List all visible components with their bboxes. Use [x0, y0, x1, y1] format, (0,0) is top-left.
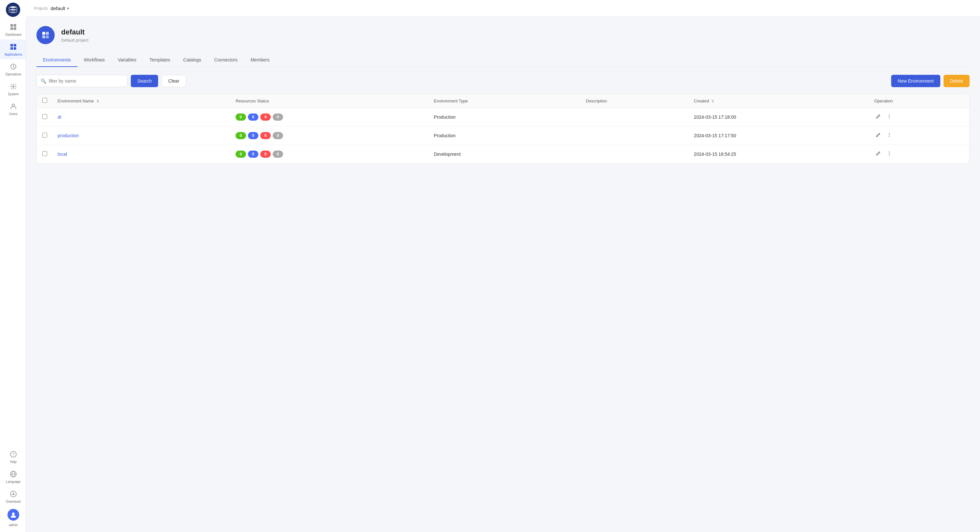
resource-badges: 0 0 0 0: [235, 132, 423, 139]
svg-rect-20: [46, 32, 49, 35]
row-checkbox-local[interactable]: [42, 151, 47, 156]
svg-rect-3: [10, 27, 13, 30]
edit-icon-production[interactable]: [874, 131, 882, 140]
op-icons: [874, 131, 964, 140]
select-all-checkbox[interactable]: [42, 98, 47, 103]
env-name-link-local[interactable]: local: [57, 151, 67, 157]
svg-point-26: [889, 133, 889, 133]
tab-members[interactable]: Members: [244, 53, 276, 67]
topbar-projects-label: Projects: [34, 6, 48, 11]
svg-point-10: [12, 86, 14, 87]
svg-rect-7: [10, 47, 13, 50]
sidebar-item-dashboard[interactable]: Dashboard: [0, 19, 26, 39]
operation-cell: [869, 145, 969, 164]
table-row: production 0 0 0 0 Production 2024-03-15…: [37, 127, 969, 145]
tab-templates[interactable]: Templates: [143, 53, 177, 67]
sidebar-item-download[interactable]: Download: [0, 486, 26, 506]
env-type-cell: Production: [428, 127, 581, 145]
topbar: Projects default ▾: [26, 0, 980, 17]
edit-icon-local[interactable]: [874, 149, 882, 159]
env-name-link-production[interactable]: production: [57, 133, 79, 138]
sidebar-item-help-label: Help: [10, 460, 17, 464]
sidebar-item-operations[interactable]: Operations: [0, 59, 26, 79]
sidebar-item-dashboard-label: Dashboard: [6, 33, 21, 37]
operation-cell: [869, 108, 969, 127]
download-icon: [10, 491, 17, 499]
table-row: dr 0 0 0 0 Production 2024-03-15 17:18:0…: [37, 108, 969, 127]
more-icon-production[interactable]: [885, 131, 893, 140]
tab-workflows[interactable]: Workflows: [78, 53, 111, 67]
badge-gray-local: 0: [273, 151, 283, 158]
sidebar-item-applications[interactable]: Applications: [0, 39, 26, 59]
environments-table: Environment Name ⇅ Resources Status Envi…: [37, 94, 970, 164]
env-name-link-dr[interactable]: dr: [57, 114, 62, 120]
more-icon-dr[interactable]: [885, 113, 893, 122]
delete-button[interactable]: Delete: [943, 75, 970, 87]
created-cell: 2024-03-15 17:17:50: [689, 127, 869, 145]
search-button[interactable]: Search: [131, 75, 158, 87]
tab-catalogs[interactable]: Catalogs: [177, 53, 208, 67]
description-cell: [581, 108, 689, 127]
sidebar-item-admin[interactable]: admin: [0, 506, 26, 529]
svg-rect-4: [14, 27, 16, 30]
badge-gray-dr: 0: [273, 113, 283, 121]
dashboard-icon: [10, 24, 17, 32]
col-name[interactable]: Environment Name ⇅: [52, 94, 231, 108]
more-icon-local[interactable]: [885, 149, 893, 159]
edit-icon-dr[interactable]: [874, 113, 882, 122]
badge-red-production: 0: [260, 132, 271, 139]
project-header: default Default project: [37, 26, 970, 44]
resources-cell: 0 0 0 0: [231, 127, 428, 145]
project-description: Default project: [61, 38, 89, 43]
app-logo[interactable]: [0, 0, 26, 19]
sidebar-item-users[interactable]: Users: [0, 99, 26, 119]
description-cell: [581, 145, 689, 164]
project-name: default: [51, 6, 65, 11]
env-name-cell: local: [52, 145, 231, 164]
svg-point-30: [889, 153, 889, 154]
badge-green-dr: 0: [235, 113, 246, 121]
main-wrapper: Projects default ▾ default Default proje…: [26, 0, 980, 532]
tab-connectors[interactable]: Connectors: [208, 53, 244, 67]
op-icons: [874, 149, 964, 159]
svg-rect-1: [10, 24, 13, 27]
project-selector[interactable]: default ▾: [51, 6, 69, 11]
description-cell: [581, 127, 689, 145]
svg-rect-8: [14, 47, 16, 50]
new-environment-button[interactable]: New Environment: [891, 75, 940, 87]
sidebar-item-language-label: Language: [6, 480, 21, 484]
project-icon: [37, 26, 55, 44]
admin-label: admin: [9, 523, 18, 527]
row-checkbox-cell: [37, 127, 52, 145]
col-checkbox: [37, 94, 52, 108]
col-created[interactable]: Created ⇅: [689, 94, 869, 108]
language-icon: [10, 470, 17, 479]
svg-rect-5: [10, 44, 13, 46]
row-checkbox-production[interactable]: [42, 133, 47, 138]
env-name-cell: dr: [52, 108, 231, 127]
sidebar-bottom: ? Help Language Download admin: [0, 447, 26, 532]
row-checkbox-dr[interactable]: [42, 114, 47, 119]
resources-cell: 0 0 0 0: [231, 145, 428, 164]
project-info: default Default project: [61, 28, 89, 43]
topbar-content: Projects: [34, 6, 48, 11]
resource-badges: 0 0 0 0: [235, 113, 423, 121]
svg-point-27: [889, 135, 889, 135]
created-cell: 2024-03-15 16:54:25: [689, 145, 869, 164]
tab-variables[interactable]: Variables: [111, 53, 143, 67]
row-checkbox-cell: [37, 145, 52, 164]
row-checkbox-cell: [37, 108, 52, 127]
search-input[interactable]: [49, 78, 123, 84]
sidebar: Dashboard Applications Operations System…: [0, 0, 26, 532]
sidebar-item-system[interactable]: System: [0, 79, 26, 99]
col-description: Description: [581, 94, 689, 108]
tabs: Environments Workflows Variables Templat…: [37, 53, 970, 67]
clear-button[interactable]: Clear: [161, 75, 186, 87]
table-header-row: Environment Name ⇅ Resources Status Envi…: [37, 94, 969, 108]
sidebar-item-language[interactable]: Language: [0, 467, 26, 486]
tab-environments[interactable]: Environments: [37, 53, 78, 67]
col-operation: Operation: [869, 94, 969, 108]
sidebar-item-download-label: Download: [6, 500, 21, 504]
sidebar-item-help[interactable]: ? Help: [0, 447, 26, 467]
op-icons: [874, 113, 964, 122]
